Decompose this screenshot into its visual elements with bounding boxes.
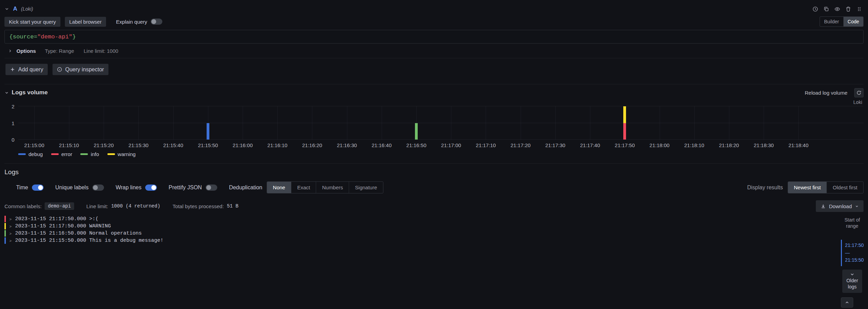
scroll-to-top-button[interactable] — [841, 297, 853, 308]
code-mode-button[interactable]: Code — [843, 17, 863, 26]
expand-log-chevron-icon[interactable]: > — [6, 230, 15, 237]
vertical-gridline — [173, 106, 174, 140]
unique-labels-toggle[interactable]: Unique labels — [55, 185, 104, 191]
x-tick-label: 21:17:30 — [545, 142, 565, 148]
dedup-option-signature[interactable]: Signature — [349, 182, 383, 193]
bar-21:17:50[interactable] — [623, 106, 626, 140]
legend-label: info — [91, 151, 99, 157]
query-ref-id[interactable]: A — [13, 5, 17, 12]
prettify-json-switch[interactable] — [206, 185, 217, 191]
bar-segment-debug — [207, 123, 209, 140]
dedup-option-none[interactable]: None — [267, 182, 291, 193]
hide-response-eye-icon[interactable] — [833, 4, 842, 13]
x-tick-label: 21:18:00 — [649, 142, 669, 148]
plus-icon — [10, 67, 15, 72]
reload-log-volume-icon[interactable] — [854, 88, 864, 97]
legend-item-error[interactable]: error — [51, 151, 72, 157]
x-tick-label: 21:16:20 — [302, 142, 322, 148]
line-limit-value: 1000 (4 returned) — [111, 203, 160, 209]
legend-swatch — [107, 153, 115, 155]
bar-21:16:50[interactable] — [415, 106, 418, 140]
chart-legend: debugerrorinfowarning — [18, 151, 864, 157]
start-of-range-label: Start of range — [841, 217, 864, 229]
download-button[interactable]: Download — [816, 200, 864, 212]
download-label: Download — [829, 203, 852, 209]
vertical-gridline — [382, 106, 382, 140]
code-token-open: {source= — [9, 34, 37, 40]
prettify-json-toggle[interactable]: Prettify JSON — [169, 185, 217, 191]
duplicate-query-icon[interactable] — [822, 4, 831, 13]
options-chevron-right-icon[interactable] — [8, 49, 12, 53]
legend-item-warning[interactable]: warning — [107, 151, 136, 157]
label-browser-button[interactable]: Label browser — [65, 17, 106, 27]
common-labels-value[interactable]: demo-api — [45, 202, 74, 210]
older-logs-button[interactable]: Older logs — [842, 270, 862, 293]
range-top-time: 21:17:50 — [845, 242, 864, 249]
logs-navigation-rail: Start of range 21:17:50 — 21:15:50 Older… — [841, 215, 864, 309]
time-toggle[interactable]: Time — [16, 185, 44, 191]
logql-query-input[interactable]: {source="demo-api"} — [4, 30, 864, 44]
log-row[interactable]: >2023-11-15 21:15:50.000 This is a debug… — [4, 237, 841, 244]
add-query-label: Add query — [18, 67, 43, 73]
legend-item-debug[interactable]: debug — [18, 151, 43, 157]
explain-query-label: Explain query — [116, 19, 147, 25]
legend-swatch — [18, 153, 26, 155]
total-bytes-meta: Total bytes processed: 51 B — [173, 203, 239, 209]
log-range-indicator[interactable]: 21:17:50 — 21:15:50 — [841, 240, 864, 266]
grafana-explore: A (Loki) Ki — [0, 0, 868, 309]
query-options-row[interactable]: Options Type: Range Line limit: 1000 — [4, 45, 864, 57]
remove-query-trash-icon[interactable] — [844, 4, 853, 13]
options-type: Type: Range — [45, 48, 74, 54]
explain-query-toggle[interactable] — [151, 19, 162, 25]
order-option-newest-first[interactable]: Newest first — [788, 182, 826, 193]
logs-volume-collapse-chevron-icon[interactable] — [4, 91, 9, 95]
query-inspector-button[interactable]: Query inspector — [53, 64, 108, 75]
vertical-gridline — [798, 106, 799, 140]
reload-log-volume-label[interactable]: Reload log volume — [805, 90, 847, 96]
drag-handle-icon[interactable] — [855, 4, 864, 13]
expand-log-chevron-icon[interactable]: > — [6, 223, 15, 230]
logs-volume-title: Logs volume — [12, 89, 48, 96]
order-option-oldest-first[interactable]: Oldest first — [826, 182, 863, 193]
legend-label: warning — [118, 151, 136, 157]
bar-21:15:50[interactable] — [207, 106, 209, 140]
query-history-icon[interactable] — [811, 4, 820, 13]
total-bytes-label: Total bytes processed: — [173, 203, 224, 209]
unique-labels-switch[interactable] — [92, 185, 104, 191]
x-tick-label: 21:15:30 — [128, 142, 148, 148]
dedup-option-numbers[interactable]: Numbers — [316, 182, 349, 193]
log-row[interactable]: >2023-11-15 21:16:50.000 Normal operatio… — [4, 230, 841, 237]
x-tick-label: 21:15:20 — [94, 142, 114, 148]
older-logs-label: Older logs — [843, 278, 861, 290]
log-row[interactable]: >2023-11-15 21:17:50.000 >:( — [4, 215, 841, 223]
options-label: Options — [16, 48, 36, 54]
explore-actions-row: Add query Query inspector — [5, 64, 864, 75]
range-bottom-time: 21:15:50 — [845, 257, 864, 264]
add-query-button[interactable]: Add query — [5, 64, 48, 75]
common-labels-label: Common labels: — [4, 203, 42, 209]
query-row-actions — [811, 4, 864, 13]
wrap-lines-switch[interactable] — [145, 185, 157, 191]
line-limit-label: Line limit: — [86, 203, 108, 209]
log-line-text: 2023-11-15 21:17:50.000 >:( — [15, 215, 99, 223]
explain-query-control: Explain query — [116, 19, 162, 25]
x-tick-label: 21:18:10 — [684, 142, 704, 148]
x-tick-label: 21:17:50 — [615, 142, 635, 148]
legend-item-info[interactable]: info — [80, 151, 99, 157]
x-axis: 21:15:0021:15:1021:15:2021:15:3021:15:40… — [18, 140, 864, 148]
kick-start-query-button[interactable]: Kick start your query — [4, 17, 60, 27]
builder-mode-button[interactable]: Builder — [820, 17, 843, 26]
time-switch[interactable] — [32, 185, 44, 191]
dedup-option-exact[interactable]: Exact — [291, 182, 316, 193]
vertical-gridline — [521, 106, 521, 140]
log-row[interactable]: >2023-11-15 21:17:50.000 WARNING — [4, 223, 841, 230]
collapse-query-chevron-icon[interactable] — [4, 7, 9, 11]
y-tick-label: 2 — [12, 104, 14, 109]
expand-log-chevron-icon[interactable]: > — [6, 215, 15, 223]
bar-segment-error — [623, 123, 626, 140]
wrap-lines-toggle[interactable]: Wrap lines — [116, 185, 157, 191]
x-tick-label: 21:18:40 — [788, 142, 808, 148]
logs-body: >2023-11-15 21:17:50.000 >:(>2023-11-15 … — [4, 215, 864, 309]
expand-log-chevron-icon[interactable]: > — [6, 237, 15, 244]
x-tick-label: 21:18:20 — [719, 142, 739, 148]
